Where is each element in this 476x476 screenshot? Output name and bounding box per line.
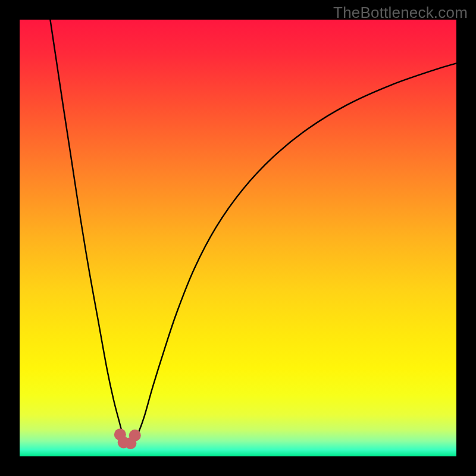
- watermark-text: TheBottleneck.com: [333, 4, 468, 22]
- bottleneck-chart: [20, 20, 456, 456]
- app-frame: TheBottleneck.com: [0, 0, 476, 476]
- plot-area: [20, 20, 456, 456]
- valley-endpoint-3: [129, 430, 141, 441]
